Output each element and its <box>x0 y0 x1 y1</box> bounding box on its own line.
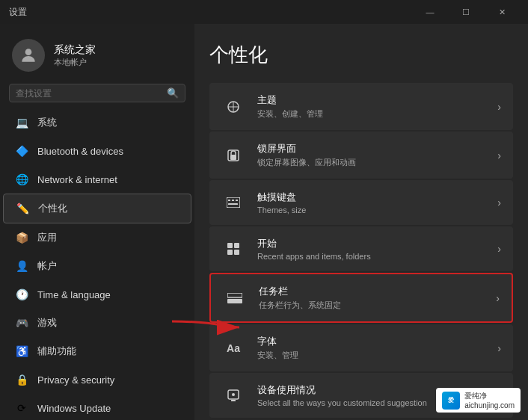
setting-title-theme: 主题 <box>257 93 485 107</box>
settings-list: 主题 安装、创建、管理 › 锁屏界面 锁定屏幕图像、应用和动画 › 触摸键盘 T… <box>209 83 513 418</box>
svg-rect-14 <box>227 293 242 297</box>
watermark-text: 爱纯净aichunjing.com <box>464 391 515 410</box>
chevron-lockscreen-icon: › <box>497 149 501 161</box>
setting-title-touch_keyboard: 触摸键盘 <box>257 191 485 204</box>
sidebar-item-privacy[interactable]: 🔒 Privacy & security <box>3 365 191 394</box>
setting-desc-taskbar: 任务栏行为、系统固定 <box>259 300 484 311</box>
device_usage-icon <box>221 383 245 407</box>
network-icon: 🌐 <box>15 173 28 186</box>
svg-rect-6 <box>232 200 234 201</box>
system-icon: 💻 <box>15 116 28 129</box>
theme-icon <box>221 95 245 119</box>
setting-text-start: 开始 Recent apps and items, folders <box>257 237 485 261</box>
setting-text-theme: 主题 安装、创建、管理 <box>257 93 485 120</box>
maximize-button[interactable]: ☐ <box>449 0 483 24</box>
user-name: 系统之家 <box>54 43 96 57</box>
sidebar-item-time[interactable]: 🕐 Time & language <box>3 280 191 309</box>
sidebar-item-network[interactable]: 🌐 Network & internet <box>3 165 191 194</box>
svg-rect-4 <box>227 197 240 208</box>
avatar <box>12 39 45 72</box>
titlebar: 设置 — ☐ ✕ <box>0 0 528 24</box>
time-icon: 🕐 <box>15 288 28 301</box>
setting-desc-start: Recent apps and items, folders <box>257 252 485 261</box>
privacy-icon: 🔒 <box>15 373 28 386</box>
svg-rect-3 <box>230 155 236 160</box>
sidebar-item-gaming[interactable]: 🎮 游戏 <box>3 309 191 337</box>
setting-title-start: 开始 <box>257 237 485 250</box>
setting-title-taskbar: 任务栏 <box>259 285 484 298</box>
sidebar-item-accessibility[interactable]: ♿ 辅助功能 <box>3 337 191 365</box>
main-area: 系统之家 本地帐户 🔍 💻 系统 🔷 Bluetooth & devices 🌐… <box>0 24 528 420</box>
chevron-fonts-icon: › <box>497 342 501 354</box>
sidebar-item-system[interactable]: 💻 系统 <box>3 108 191 137</box>
svg-rect-11 <box>227 250 233 255</box>
setting-item-lockscreen[interactable]: 锁屏界面 锁定屏幕图像、应用和动画 › <box>209 132 513 179</box>
svg-rect-9 <box>227 243 233 248</box>
sidebar-item-personalization[interactable]: ✏️ 个性化 <box>3 194 191 223</box>
svg-point-0 <box>25 49 32 55</box>
setting-title-lockscreen: 锁屏界面 <box>257 142 485 155</box>
chevron-start-icon: › <box>497 243 501 255</box>
sidebar-label-network: Network & internet <box>37 174 117 185</box>
apps-icon: 📦 <box>15 231 28 244</box>
sidebar-label-apps: 应用 <box>37 231 57 244</box>
bluetooth-icon: 🔷 <box>15 144 28 158</box>
sidebar-item-apps[interactable]: 📦 应用 <box>3 223 191 252</box>
setting-desc-theme: 安装、创建、管理 <box>257 108 485 120</box>
sidebar-label-privacy: Privacy & security <box>37 374 114 386</box>
svg-rect-8 <box>228 203 238 205</box>
accounts-icon: 👤 <box>15 259 28 273</box>
update-icon: ⟳ <box>15 401 28 415</box>
user-profile[interactable]: 系统之家 本地帐户 <box>0 30 194 84</box>
watermark-logo: 爱 <box>442 392 460 410</box>
close-button[interactable]: ✕ <box>485 0 519 24</box>
sidebar-label-accounts: 帐户 <box>37 259 57 273</box>
setting-text-fonts: 字体 安装、管理 <box>257 335 485 361</box>
sidebar-item-update[interactable]: ⟳ Windows Update <box>3 394 191 420</box>
search-input[interactable] <box>16 88 162 99</box>
sidebar-item-accounts[interactable]: 👤 帐户 <box>3 252 191 280</box>
start-icon <box>221 237 245 261</box>
fonts-icon: Aa <box>221 336 245 360</box>
svg-rect-12 <box>234 250 239 255</box>
sidebar-label-accessibility: 辅助功能 <box>37 345 76 358</box>
setting-title-fonts: 字体 <box>257 335 485 348</box>
sidebar-label-time: Time & language <box>37 289 111 300</box>
window-controls: — ☐ ✕ <box>413 0 519 24</box>
setting-item-theme[interactable]: 主题 安装、创建、管理 › <box>209 83 513 130</box>
chevron-touch_keyboard-icon: › <box>497 197 501 209</box>
svg-rect-10 <box>234 243 239 248</box>
chevron-taskbar-icon: › <box>496 292 500 304</box>
setting-text-lockscreen: 锁屏界面 锁定屏幕图像、应用和动画 <box>257 142 485 168</box>
setting-item-touch_keyboard[interactable]: 触摸键盘 Themes, size › <box>209 180 513 225</box>
sidebar-label-update: Windows Update <box>37 403 111 414</box>
setting-text-taskbar: 任务栏 任务栏行为、系统固定 <box>259 285 484 311</box>
window-title: 设置 <box>9 6 413 19</box>
svg-rect-7 <box>236 200 238 201</box>
personalization-icon: ✏️ <box>16 202 29 215</box>
search-box[interactable]: 🔍 <box>9 84 185 102</box>
setting-item-taskbar[interactable]: 任务栏 任务栏行为、系统固定 › <box>209 273 513 323</box>
page-title: 个性化 <box>209 42 513 68</box>
setting-item-start[interactable]: 开始 Recent apps and items, folders › <box>209 226 513 271</box>
sidebar-label-bluetooth: Bluetooth & devices <box>37 146 123 157</box>
search-icon: 🔍 <box>167 87 179 99</box>
taskbar-icon <box>223 286 247 310</box>
nav-list: 💻 系统 🔷 Bluetooth & devices 🌐 Network & i… <box>0 108 194 420</box>
svg-rect-16 <box>231 400 236 401</box>
gaming-icon: 🎮 <box>15 316 28 330</box>
setting-item-fonts[interactable]: Aa 字体 安装、管理 › <box>209 324 513 371</box>
minimize-button[interactable]: — <box>413 0 447 24</box>
svg-rect-13 <box>227 299 242 303</box>
chevron-theme-icon: › <box>497 101 501 113</box>
accessibility-icon: ♿ <box>15 345 28 358</box>
setting-desc-touch_keyboard: Themes, size <box>257 206 485 214</box>
lockscreen-icon <box>221 143 245 167</box>
user-account-type: 本地帐户 <box>54 57 96 68</box>
svg-rect-5 <box>228 200 230 201</box>
svg-point-17 <box>232 393 235 396</box>
setting-text-touch_keyboard: 触摸键盘 Themes, size <box>257 191 485 214</box>
setting-desc-lockscreen: 锁定屏幕图像、应用和动画 <box>257 157 485 168</box>
sidebar-item-bluetooth[interactable]: 🔷 Bluetooth & devices <box>3 137 191 165</box>
watermark: 爱 爱纯净aichunjing.com <box>436 388 521 413</box>
